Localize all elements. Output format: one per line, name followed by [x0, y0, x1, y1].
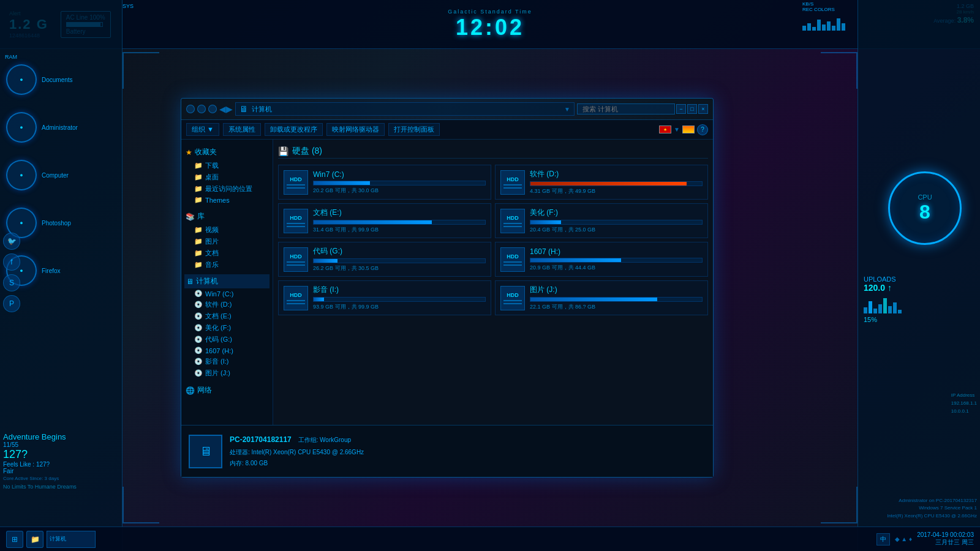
disk-info-g: 代码 (G:) 26.2 GB 可用，共 30.5 GB — [313, 246, 486, 272]
corner-tl — [123, 52, 159, 89]
nav-download[interactable]: 📁 下载 — [192, 160, 270, 171]
ip2-val: 10.0.0.1 — [951, 408, 977, 416]
explorer-window: ◀ ▶ 🖥 计算机 ▼ − □ × 组织 ▼ 系统属性 卸载或更改程序 映射网络… — [181, 98, 714, 478]
weekday: 三月廿三 周三 — [917, 538, 974, 547]
nav-music[interactable]: 📁 音乐 — [192, 259, 270, 271]
taskbar-right: 中 ◆ ▲ ♦ 2017-04-19 00:02:03 三月廿三 周三 — [876, 531, 974, 547]
pinterest-icon[interactable]: P — [3, 295, 20, 312]
disk-item-e[interactable]: HDD 文档 (E:) 31.4 GB 可用，共 99.9 GB — [278, 203, 491, 238]
time-center: Galactic Standard Time 12:02 — [448, 9, 532, 40]
nav-drive-h[interactable]: 💿1607 (H:) — [192, 345, 270, 356]
gauge-documents[interactable]: ● Documents — [6, 64, 78, 95]
help-button[interactable]: ? — [697, 124, 708, 135]
ip-info: IP Address 192.168.1.1 10.0.0.1 — [951, 392, 977, 415]
gauge-circle-1: ● — [6, 64, 37, 95]
organize-button[interactable]: 组织 ▼ — [186, 123, 219, 136]
time-display: 12:02 — [448, 15, 532, 40]
network-stats: UPLOADS 120.0 ↑ 15% — [864, 276, 977, 323]
network-icon: 🌐 — [186, 386, 195, 395]
hdd-label-j: HDD — [507, 292, 519, 298]
folder-icon-th: 📁 — [194, 196, 203, 204]
gauge-administrator[interactable]: ● Administrator — [6, 112, 78, 143]
back-button[interactable]: ◀ — [219, 104, 226, 114]
gauge-label-5: Firefox — [42, 268, 61, 274]
skype-icon[interactable]: S — [3, 274, 20, 291]
active-window-btn[interactable]: 计算机 — [47, 531, 96, 548]
weather-count: 11/55 — [3, 441, 116, 448]
disk-name-e: 文档 (E:) — [313, 208, 486, 218]
win-btn-1[interactable] — [186, 105, 195, 113]
nav-video[interactable]: 📁 视频 — [192, 224, 270, 236]
explorer-toolbar: 组织 ▼ 系统属性 卸载或更改程序 映射网络驱动器 打开控制面板 ★ ▼ ? — [181, 120, 713, 140]
nav-desktop[interactable]: 📁 桌面 — [192, 171, 270, 183]
nav-tree: ★ 收藏夹 📁 下载 📁 桌面 📁 最近访问的位置 📁 Themes 📚 — [181, 140, 273, 425]
disk-item-c[interactable]: HDD Win7 (C:) 20.2 GB 可用，共 30.0 GB — [278, 165, 491, 200]
close-button[interactable]: × — [698, 104, 708, 114]
search-input[interactable] — [577, 103, 675, 114]
nav-themes[interactable]: 📁 Themes — [192, 195, 270, 205]
nav-recent[interactable]: 📁 最近访问的位置 — [192, 183, 270, 195]
disk-size-e: 31.4 GB 可用，共 99.9 GB — [313, 226, 486, 234]
disk-item-g[interactable]: HDD 代码 (G:) 26.2 GB 可用，共 30.5 GB — [278, 242, 491, 277]
explorer-status-bar: 🖥 PC-201704182117 工作组: WorkGroup 处理器: In… — [181, 425, 713, 477]
galactic-time-label: Galactic Standard Time — [448, 9, 532, 15]
flag-dropdown[interactable]: ▼ — [674, 126, 680, 133]
nav-drive-f[interactable]: 💿美化 (F:) — [192, 322, 270, 334]
weather-widget: Adventure Begins 11/55 127? Feels Like :… — [3, 432, 116, 490]
twitter-icon[interactable]: 🐦 — [3, 233, 20, 250]
nav-drive-d[interactable]: 💿软件 (D:) — [192, 299, 270, 310]
weather-title: Adventure Begins — [3, 432, 116, 441]
nav-picture[interactable]: 📁 图片 — [192, 236, 270, 247]
nav-library-section: 📚 库 — [184, 209, 270, 224]
address-bar: 🖥 计算机 ▼ — [235, 102, 575, 116]
disk-item-f[interactable]: HDD 美化 (F:) 20.4 GB 可用，共 25.0 GB — [495, 203, 708, 238]
upload-value: 120.0 ↑ — [864, 283, 977, 293]
nav-drive-c[interactable]: 💿Win7 (C:) — [192, 288, 270, 299]
folder-icon-pc: 📁 — [194, 238, 203, 246]
control-panel-button[interactable]: 打开控制面板 — [388, 123, 440, 136]
nav-drive-e[interactable]: 💿文档 (E:) — [192, 310, 270, 322]
nav-drive-j[interactable]: 💿图片 (J:) — [192, 367, 270, 379]
forward-button[interactable]: ▶ — [226, 104, 233, 114]
maximize-button[interactable]: □ — [687, 104, 697, 114]
processor-info: 处理器: Intel(R) Xeon(R) CPU E5430 @ 2.66GH… — [230, 447, 364, 458]
start-button[interactable]: ⊞ — [6, 531, 23, 548]
system-props-button[interactable]: 系统属性 — [223, 123, 261, 136]
nav-drive-i[interactable]: 💿影音 (I:) — [192, 356, 270, 367]
disks-header: 💾 硬盘 (8) — [278, 144, 708, 159]
hdd-icon-j: HDD — [500, 286, 525, 310]
workgroup: 工作组: WorkGroup — [298, 437, 352, 443]
nav-docs[interactable]: 📁 文档 — [192, 247, 270, 259]
minimize-button[interactable]: − — [676, 104, 686, 114]
no-limits-label: No Limits To Humane Dreams — [3, 484, 116, 490]
nav-drive-g[interactable]: 💿代码 (G:) — [192, 334, 270, 345]
taskbar-icons: ⊞ 📁 计算机 — [6, 531, 96, 548]
map-drive-button[interactable]: 映射网络驱动器 — [326, 123, 385, 136]
disk-item-d[interactable]: HDD 软件 (D:) 4.31 GB 可用，共 49.9 GB — [495, 165, 708, 200]
uninstall-button[interactable]: 卸载或更改程序 — [265, 123, 323, 136]
disk-item-i[interactable]: HDD 影音 (I:) 93.9 GB 可用，共 99.9 GB — [278, 280, 491, 315]
disk-item-j[interactable]: HDD 图片 (J:) 22.1 GB 可用，共 86.? GB — [495, 280, 708, 315]
sysinfo-bottom-right: Administrator on PC-201704132317 Windows… — [887, 497, 977, 520]
library-icon: 📚 — [186, 212, 195, 221]
gauge-computer[interactable]: ● Computer — [6, 160, 78, 190]
nav-network-section[interactable]: 🌐 网络 — [184, 383, 270, 398]
disk-item-h[interactable]: HDD 1607 (H:) 20.9 GB 可用，共 44.4 GB — [495, 242, 708, 277]
input-method[interactable]: 中 — [876, 533, 890, 545]
cpu-gauge-value: 8 — [919, 201, 930, 223]
computer-icon: 🖥 — [239, 104, 248, 114]
facebook-icon[interactable]: f — [3, 253, 20, 271]
weather-temp: 127? — [3, 448, 116, 461]
nav-computer-section[interactable]: 🖥 计算机 — [184, 274, 270, 288]
hdd-icon-f: HDD — [500, 209, 525, 233]
disks-header-text: 硬盘 (8) — [292, 146, 322, 157]
explorer-taskbar-btn[interactable]: 📁 — [26, 531, 43, 548]
gauge-label-1: Documents — [42, 77, 73, 83]
disk-name-h: 1607 (H:) — [530, 247, 703, 256]
win-btn-3[interactable] — [208, 105, 217, 113]
pc-name: PC-201704182117 — [230, 435, 292, 444]
gauge-label-3: Computer — [42, 172, 69, 179]
address-dropdown-icon[interactable]: ▼ — [564, 106, 570, 113]
gauge-label-4: Photoshop — [42, 220, 71, 227]
win-btn-2[interactable] — [197, 105, 206, 113]
